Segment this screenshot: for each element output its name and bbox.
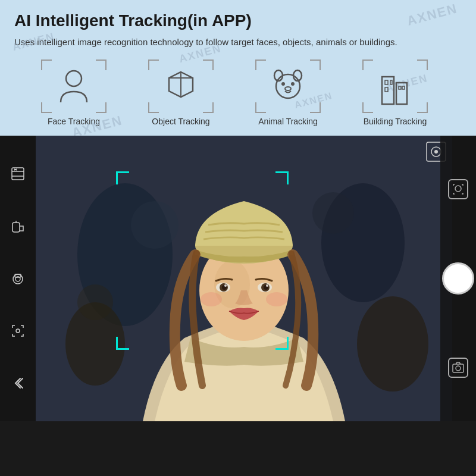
svg-rect-23 <box>12 223 20 232</box>
building-tracking-label: Building Tracking <box>364 117 427 126</box>
back-arrow-icon[interactable] <box>8 373 28 393</box>
svg-rect-27 <box>15 274 21 277</box>
svg-rect-55 <box>453 364 464 372</box>
building-tracking-icon-box <box>362 60 428 113</box>
animal-tracking-item: Animal Tracking <box>234 60 342 126</box>
focus-icon[interactable] <box>8 321 28 341</box>
face-scan-top-icon[interactable] <box>448 179 468 199</box>
camera-photo <box>36 136 452 421</box>
object-tracking-item: Object Tracking <box>127 60 234 126</box>
svg-point-28 <box>16 329 20 333</box>
face-tracking-item: Face Tracking <box>20 60 127 126</box>
svg-point-36 <box>77 284 113 320</box>
tracking-corner-tr <box>275 171 289 184</box>
svg-point-54 <box>455 186 461 192</box>
face-tracking-icon-box <box>41 60 107 113</box>
layers-icon[interactable] <box>8 164 28 184</box>
top-section: AXNEN AXNEN AXNEN AXNEN AXNEN AXNEN AI I… <box>0 0 476 136</box>
tracking-corner-bl <box>116 337 129 350</box>
animal-tracking-icon-box <box>255 60 321 113</box>
flip-camera-icon[interactable] <box>448 358 468 378</box>
right-sidebar <box>440 136 476 421</box>
svg-point-32 <box>357 296 428 392</box>
svg-point-53 <box>434 150 438 154</box>
building-tracking-item: Building Tracking <box>342 60 449 126</box>
svg-rect-18 <box>12 168 24 180</box>
object-tracking-label: Object Tracking <box>152 117 209 126</box>
shutter-button[interactable] <box>442 262 474 295</box>
page-subtitle: Uses intelligent image recognition techn… <box>14 36 407 49</box>
svg-point-56 <box>456 366 461 371</box>
tap-icon[interactable] <box>8 216 28 236</box>
tracking-corner-tl <box>116 171 129 184</box>
left-sidebar <box>0 136 36 421</box>
bottom-section <box>0 136 476 476</box>
tracking-corner-br <box>275 337 289 350</box>
camera-mode-icon[interactable] <box>8 268 28 289</box>
tracking-rectangle <box>116 171 289 350</box>
animal-tracking-label: Animal Tracking <box>258 117 318 126</box>
face-tracking-label: Face Tracking <box>48 117 100 126</box>
object-tracking-icon-box <box>148 60 214 113</box>
page-title: AI Intelligent Tracking(in APP) <box>14 11 462 31</box>
tracking-icons-row: Face Tracking Object Tracking <box>14 60 462 126</box>
svg-point-35 <box>312 192 354 234</box>
